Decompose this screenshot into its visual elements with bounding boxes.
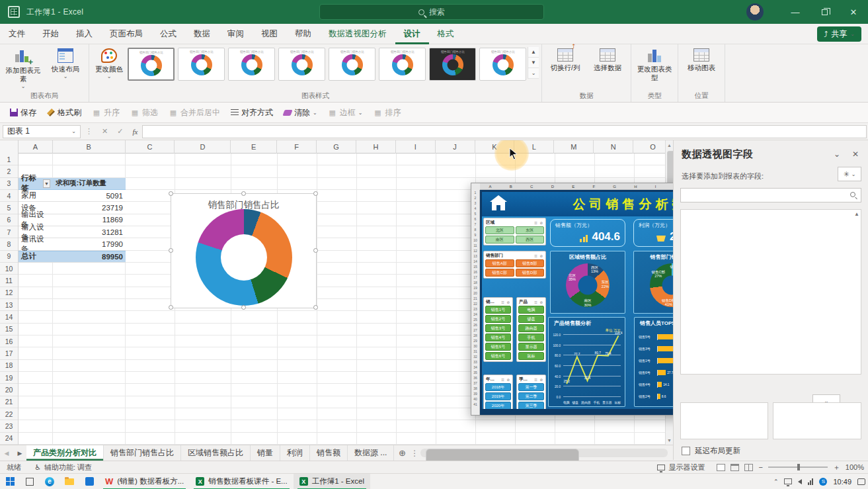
ribbon-tab-插入[interactable]: 插入 xyxy=(67,24,101,44)
chart-style-thumbnail[interactable]: 销售部门销售占比 xyxy=(379,48,426,81)
slicer-filter-icons[interactable]: ☰ ⊘ xyxy=(534,254,543,258)
taskbar-window[interactable]: X销售数据看板课件 - E... xyxy=(190,474,293,489)
ribbon-tab-公式[interactable]: 公式 xyxy=(151,24,185,44)
column-header-H[interactable]: H xyxy=(356,140,396,154)
sheet-tab-产品类别分析对比[interactable]: 产品类别分析对比 xyxy=(26,445,104,461)
row-header-11[interactable]: 11 xyxy=(0,275,18,287)
slicer-item-北区[interactable]: 北区 xyxy=(485,226,514,234)
tray-expand-icon[interactable]: ⌃ xyxy=(773,478,779,485)
taskbar-window[interactable]: W(销量) 数据看板方... xyxy=(99,474,190,489)
row-header-2[interactable]: 2 xyxy=(0,165,18,177)
defer-layout-checkbox[interactable] xyxy=(682,447,690,455)
chart-style-thumbnail[interactable]: 销售部门销售占比 xyxy=(329,48,375,81)
slicer-item-2020年[interactable]: 2020年 xyxy=(485,402,511,410)
pivot-cell-label[interactable]: 通讯设备 xyxy=(19,238,53,250)
taskbar-window[interactable]: X工作簿1 - Excel xyxy=(294,474,370,489)
zoom-in-icon[interactable]: ＋ xyxy=(833,463,840,472)
slicer-销…[interactable]: 销…☰ ⊘销售1号销售2号销售3号销售4号销售5号销售6号 xyxy=(483,297,513,362)
close-button[interactable]: ✕ xyxy=(839,0,868,24)
pivot-cell-value[interactable]: 5091 xyxy=(53,190,126,202)
add-chart-element-button[interactable]: 添加图表元素⌄ xyxy=(3,47,44,89)
chart-style-thumbnail[interactable]: 销售部门销售占比 xyxy=(128,48,175,81)
column-header-D[interactable]: D xyxy=(175,140,231,154)
pivot-row[interactable]: 通讯设备17990 xyxy=(19,238,126,250)
slicer-item-销售4号[interactable]: 销售4号 xyxy=(485,333,511,341)
chart-style-thumbnail[interactable]: 销售部门销售占比 xyxy=(429,48,476,81)
slicer-item-第一季[interactable]: 第一季 xyxy=(518,383,544,391)
page-break-view-icon[interactable] xyxy=(744,464,753,471)
column-header-C[interactable]: C xyxy=(126,140,175,154)
slicer-item-路由器[interactable]: 路由器 xyxy=(518,324,544,332)
zoom-out-icon[interactable]: − xyxy=(758,463,762,471)
slicer-item-第三季[interactable]: 第三季 xyxy=(518,402,544,410)
slicer-产品[interactable]: 产品☰ ⊘电脑键盘路由器手机显示器鼠标 xyxy=(516,297,546,362)
normal-view-icon[interactable] xyxy=(717,464,725,471)
slicer-filter-icons[interactable]: ☰ ⊘ xyxy=(534,300,543,304)
pivot-cell-label[interactable]: 行标签▼ xyxy=(19,178,53,190)
fields-search-input[interactable] xyxy=(680,188,861,202)
gallery-up-icon[interactable]: ▲ xyxy=(528,47,539,58)
column-header-N[interactable]: N xyxy=(594,140,633,154)
zoom-slider[interactable] xyxy=(768,467,828,468)
pivot-chart-object[interactable]: 销售部门销售占比 xyxy=(171,193,317,308)
row-header-14[interactable]: 14 xyxy=(0,311,18,323)
pivot-cell-value[interactable]: 89950 xyxy=(53,251,126,263)
pivot-cell-label[interactable]: 家用 xyxy=(19,190,53,202)
slicer-item-西区[interactable]: 西区 xyxy=(516,236,545,244)
row-header-20[interactable]: 20 xyxy=(0,384,18,396)
pivot-row[interactable]: 行标签▼求和项:订单数量 xyxy=(19,178,126,190)
network-icon[interactable] xyxy=(808,478,813,485)
column-header-B[interactable]: B xyxy=(53,140,126,154)
column-header-J[interactable]: J xyxy=(436,140,475,154)
row-header-15[interactable]: 15 xyxy=(0,324,18,335)
quick-layout-button[interactable]: 快速布局⌄ xyxy=(45,47,86,79)
toolbar-清除[interactable]: 清除⌄ xyxy=(279,105,322,120)
selection-handle[interactable] xyxy=(169,191,173,196)
pivot-cell-value[interactable]: 23719 xyxy=(53,202,126,214)
slicer-item-销售3号[interactable]: 销售3号 xyxy=(485,324,511,332)
list-scroll-up-icon[interactable]: ▲ xyxy=(854,211,859,217)
row-header-3[interactable]: 3 xyxy=(0,178,18,190)
tray-display-icon[interactable] xyxy=(784,478,792,484)
pivot-cell-value[interactable]: 17990 xyxy=(53,238,126,250)
column-header-I[interactable]: I xyxy=(396,140,436,154)
slicer-item-第二季[interactable]: 第二季 xyxy=(518,392,544,400)
selection-handle[interactable] xyxy=(241,305,246,310)
chart-style-thumbnail[interactable]: 销售部门销售占比 xyxy=(479,48,526,81)
ribbon-tab-页面布局[interactable]: 页面布局 xyxy=(101,24,151,44)
ribbon-tab-视图[interactable]: 视图 xyxy=(253,24,286,44)
name-box[interactable]: 图表 1⌄ xyxy=(3,125,81,138)
row-header-22[interactable]: 22 xyxy=(0,408,18,420)
slicer-item-东区[interactable]: 东区 xyxy=(516,226,545,234)
move-chart-button[interactable]: 移动图表 xyxy=(681,47,722,72)
slicer-item-销售1号[interactable]: 销售1号 xyxy=(485,306,511,314)
row-header-17[interactable]: 17 xyxy=(0,347,18,359)
sheet-nav-left-icon[interactable]: ◀ xyxy=(0,445,13,461)
display-settings-button[interactable]: 显示器设置 xyxy=(651,463,711,472)
slicer-filter-icons[interactable]: ☰ ⊘ xyxy=(501,378,510,382)
slicer-item-销售A部[interactable]: 销售A部 xyxy=(485,259,514,267)
selection-handle[interactable] xyxy=(313,191,318,196)
task-view-button[interactable] xyxy=(20,474,40,489)
store-icon[interactable] xyxy=(79,474,99,489)
fx-icon[interactable]: fx xyxy=(128,128,142,136)
accessibility-status[interactable]: ♿ 辅助功能: 调查 xyxy=(28,463,99,472)
chart-style-thumbnail[interactable]: 销售部门销售占比 xyxy=(228,48,275,81)
toolbar-对齐方式[interactable]: 对齐方式 xyxy=(226,105,278,120)
slicer-item-显示器[interactable]: 显示器 xyxy=(518,343,544,351)
page-layout-view-icon[interactable] xyxy=(730,464,739,471)
pivot-cell-label[interactable]: 总计 xyxy=(19,251,53,263)
row-header-13[interactable]: 13 xyxy=(0,299,18,311)
sheet-more-icon[interactable]: ⋮ xyxy=(410,445,419,461)
slicer-item-鼠标[interactable]: 鼠标 xyxy=(518,352,544,360)
pivot-row[interactable]: 总计89950 xyxy=(19,251,126,263)
dashboard-window[interactable]: ABCDEFGHIJKLMNOPQ 1234567891011121314151… xyxy=(471,183,673,416)
more-icon[interactable]: ⋮ xyxy=(81,127,97,136)
row-header-16[interactable]: 16 xyxy=(0,335,18,347)
ribbon-tab-数据[interactable]: 数据 xyxy=(185,24,219,44)
pivot-cell-value[interactable]: 11869 xyxy=(53,214,126,226)
slicer-filter-icons[interactable]: ☰ ⊘ xyxy=(534,221,543,225)
row-headers[interactable]: 123456789101112131415161718192021222324 xyxy=(0,154,19,445)
selection-handle[interactable] xyxy=(169,248,173,253)
sheet-tab-销售部门销售占比[interactable]: 销售部门销售占比 xyxy=(104,445,181,461)
